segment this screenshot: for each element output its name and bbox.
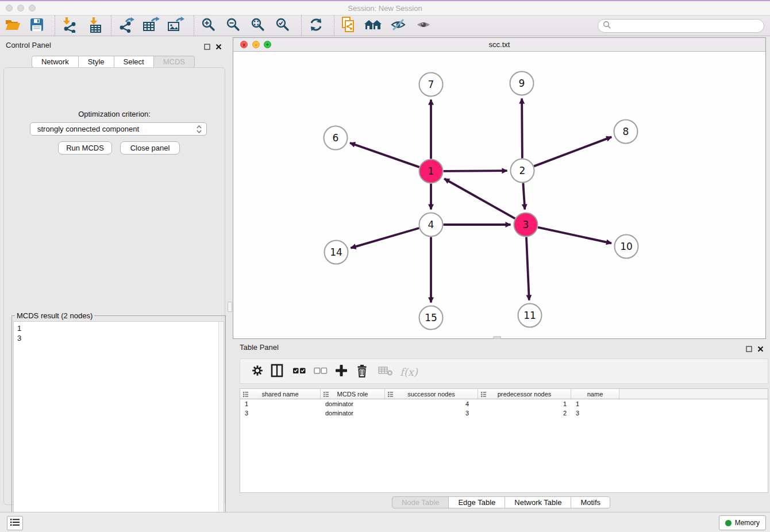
close-panel-icon[interactable] — [215, 42, 222, 49]
result-scrollbar[interactable] — [218, 322, 224, 528]
graph-node-label-1: 1 — [428, 165, 434, 177]
refresh-view-button[interactable] — [306, 17, 326, 34]
graph-edge-3-10[interactable] — [538, 228, 611, 244]
cell-successor-nodes[interactable]: 3 — [385, 408, 478, 418]
result-line: 1 — [17, 323, 224, 333]
tab-style[interactable]: Style — [78, 56, 114, 68]
network-minimize-button[interactable]: - — [252, 41, 260, 48]
search-icon — [603, 21, 611, 31]
cell-name[interactable]: 3 — [571, 408, 619, 418]
select-all-button[interactable] — [292, 364, 306, 380]
graph-edge-2-3[interactable] — [523, 183, 525, 209]
show-columns-button[interactable] — [271, 364, 283, 380]
graph-edge-2-9[interactable] — [522, 98, 522, 158]
tab-edge-table[interactable]: Edge Table — [448, 496, 505, 508]
search-input[interactable] — [613, 22, 764, 30]
cell-shared-name[interactable]: 1 — [240, 399, 321, 408]
graph-edge-2-8[interactable] — [534, 137, 611, 166]
run-mcds-button[interactable]: Run MCDS — [58, 141, 112, 155]
column-header-predecessor-nodes[interactable]: predecessor nodes — [478, 389, 571, 399]
tab-motifs[interactable]: Motifs — [571, 496, 610, 508]
network-splitter-grip[interactable] — [493, 336, 501, 339]
tab-mcds[interactable]: MCDS — [153, 56, 195, 68]
window-close-button[interactable] — [6, 5, 13, 11]
window-zoom-button[interactable] — [29, 5, 36, 11]
zoom-out-button[interactable] — [224, 17, 243, 34]
graph-edge-1-6[interactable] — [350, 143, 419, 167]
graph-node-label-3: 3 — [523, 219, 529, 230]
zoom-selected-icon — [276, 18, 290, 34]
network-canvas[interactable]: 7968124314101511 — [233, 52, 765, 338]
checked-boxes-icon — [292, 367, 306, 377]
tab-node-table[interactable]: Node Table — [392, 496, 449, 508]
column-header-mcds-role[interactable]: MCDS role — [321, 389, 385, 399]
column-header-shared-name[interactable]: shared name — [240, 389, 321, 399]
graph-edge-3-1[interactable] — [444, 179, 515, 218]
table-settings-button[interactable] — [251, 364, 264, 380]
network-maximize-button[interactable]: + — [264, 41, 271, 48]
control-panel-tabs: Network Style Select MCDS — [0, 56, 227, 68]
open-session-button[interactable] — [3, 17, 22, 34]
graph-node-label-8: 8 — [623, 126, 629, 137]
show-hidden-button[interactable] — [414, 17, 433, 34]
column-type-icon — [324, 391, 329, 398]
panel-splitter-grip[interactable] — [228, 302, 232, 312]
zoom-in-button[interactable] — [199, 17, 218, 34]
graph-edge-1-2[interactable] — [443, 171, 507, 171]
import-network-button[interactable] — [60, 17, 79, 34]
close-table-panel-icon[interactable] — [757, 344, 764, 351]
application-root: { "window": { "title": "Session: New Ses… — [0, 0, 770, 532]
memory-button[interactable]: Memory — [719, 515, 766, 530]
main-titlebar: Session: New Session — [0, 1, 770, 16]
save-session-button[interactable] — [27, 17, 47, 34]
table-row[interactable]: 3 dominator 3 2 3 — [240, 408, 768, 418]
network-close-button[interactable]: x — [240, 41, 248, 48]
network-window-titlebar[interactable]: x - + scc.txt — [233, 38, 765, 52]
tab-select[interactable]: Select — [114, 56, 154, 68]
zoom-selected-button[interactable] — [273, 17, 292, 34]
clone-network-button[interactable] — [338, 17, 358, 34]
plus-icon — [335, 364, 348, 379]
column-header-name[interactable]: name — [571, 389, 619, 399]
refresh-icon — [309, 17, 324, 34]
graph-node-label-7: 7 — [428, 79, 434, 90]
export-table-button[interactable] — [141, 17, 161, 34]
cell-shared-name[interactable]: 3 — [240, 408, 321, 418]
export-image-button[interactable] — [166, 17, 186, 34]
add-column-button[interactable] — [335, 364, 348, 380]
close-panel-button[interactable]: Close panel — [120, 141, 180, 155]
memory-label: Memory — [735, 519, 760, 527]
criterion-select[interactable]: strongly connected component — [30, 122, 207, 136]
cell-name[interactable]: 1 — [571, 399, 619, 408]
task-history-button[interactable] — [7, 516, 23, 530]
delete-column-button[interactable] — [356, 364, 368, 380]
tab-network[interactable]: Network — [32, 56, 79, 68]
home-view-button[interactable] — [363, 17, 383, 34]
cell-predecessor-nodes[interactable]: 1 — [478, 399, 571, 408]
import-table-button[interactable] — [86, 17, 105, 34]
fx-icon: f(x) — [400, 366, 418, 378]
zoom-fit-button[interactable] — [248, 17, 268, 34]
window-title: Session: New Session — [0, 1, 770, 16]
deselect-all-button[interactable] — [314, 364, 328, 380]
cell-mcds-role[interactable]: dominator — [321, 408, 385, 418]
criterion-value: strongly connected component — [37, 125, 139, 133]
table-panel-title: Table Panel — [240, 343, 279, 352]
float-table-panel-icon[interactable] — [746, 344, 753, 351]
cell-successor-nodes[interactable]: 4 — [385, 399, 478, 408]
table-row[interactable]: 1 dominator 4 1 1 — [240, 399, 768, 408]
control-panel-header: Control Panel — [0, 41, 227, 51]
cell-mcds-role[interactable]: dominator — [321, 399, 385, 408]
graph-edge-3-11[interactable] — [526, 237, 529, 300]
window-minimize-button[interactable] — [17, 5, 24, 11]
tab-network-table[interactable]: Network Table — [505, 496, 571, 508]
import-network-icon — [61, 17, 78, 35]
column-header-successor-nodes[interactable]: successor nodes — [385, 389, 478, 399]
cell-predecessor-nodes[interactable]: 2 — [478, 408, 571, 418]
graph-edge-4-14[interactable] — [351, 228, 419, 248]
global-search[interactable] — [598, 19, 764, 33]
export-network-button[interactable] — [117, 17, 136, 34]
mcds-result-textarea[interactable]: 1 3 — [13, 321, 224, 529]
float-panel-icon[interactable] — [204, 42, 211, 49]
hide-selected-button[interactable] — [388, 17, 408, 34]
